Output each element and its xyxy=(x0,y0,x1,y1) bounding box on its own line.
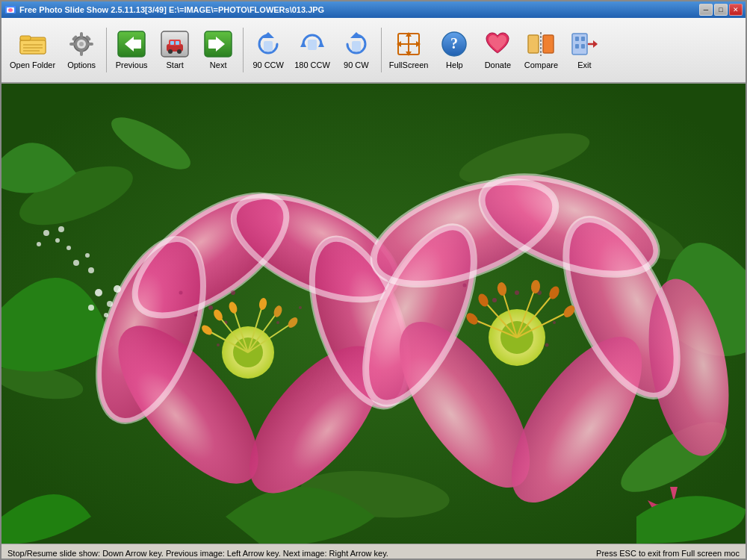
svg-point-69 xyxy=(66,246,71,250)
next-label: Next xyxy=(210,60,227,70)
svg-point-67 xyxy=(37,242,41,246)
open-folder-button[interactable]: Open Folder xyxy=(6,22,59,78)
svg-point-147 xyxy=(95,289,102,296)
options-label: Options xyxy=(67,60,96,70)
sep-3 xyxy=(381,28,382,72)
help-icon: ? xyxy=(439,29,469,59)
fullscreen-icon xyxy=(394,29,424,59)
rotate-ccw-icon xyxy=(253,29,283,59)
svg-rect-14 xyxy=(87,43,93,46)
svg-point-90 xyxy=(179,291,183,295)
rotate-90ccw-button[interactable]: 90 CCW xyxy=(247,22,289,78)
svg-point-65 xyxy=(43,230,49,236)
title-bar: Free Photo Slide Show 2.5.11.13[3/49] E:… xyxy=(1,1,746,18)
status-bar: Stop/Resume slide show: Down Arrow key. … xyxy=(1,544,746,560)
svg-point-128 xyxy=(545,343,549,347)
svg-point-88 xyxy=(217,343,220,346)
image-area xyxy=(1,84,746,544)
help-button[interactable]: ? Help xyxy=(433,22,475,78)
rotate-90cw-label: 90 CW xyxy=(344,60,369,70)
svg-rect-20 xyxy=(132,40,141,49)
options-icon xyxy=(66,29,96,59)
folder-open-icon xyxy=(18,29,48,59)
rotate-90ccw-label: 90 CCW xyxy=(252,60,284,70)
exit-button[interactable]: Exit xyxy=(563,22,605,78)
toolbar: Open Folder Options xyxy=(1,18,746,84)
sep-2 xyxy=(243,28,244,72)
svg-rect-13 xyxy=(69,43,75,46)
start-button[interactable]: Start xyxy=(154,22,196,78)
svg-point-71 xyxy=(85,253,90,258)
flower-image xyxy=(1,84,746,544)
svg-marker-34 xyxy=(318,41,324,47)
sep-1 xyxy=(106,28,107,72)
fullscreen-label: FullScreen xyxy=(389,60,429,70)
svg-point-70 xyxy=(73,260,79,266)
svg-point-148 xyxy=(107,301,113,307)
open-folder-label: Open Folder xyxy=(10,60,55,70)
svg-rect-50 xyxy=(572,34,587,55)
svg-marker-56 xyxy=(593,40,598,48)
rotate-180ccw-button[interactable]: 180 CCW xyxy=(291,22,334,78)
svg-rect-26 xyxy=(170,41,174,45)
svg-rect-30 xyxy=(208,40,217,49)
svg-rect-4 xyxy=(20,40,46,54)
svg-rect-54 xyxy=(581,44,585,49)
svg-marker-33 xyxy=(300,41,306,47)
title-bar-controls: ─ □ ✕ xyxy=(699,4,743,16)
rotate-180ccw-label: 180 CCW xyxy=(294,60,330,70)
compare-label: Compare xyxy=(524,60,558,70)
svg-point-151 xyxy=(104,313,108,317)
title-text: Free Photo Slide Show 2.5.11.13[3/49] E:… xyxy=(19,5,324,14)
rotate-cw-icon xyxy=(341,29,371,59)
svg-rect-35 xyxy=(308,40,317,50)
svg-rect-37 xyxy=(352,41,361,52)
svg-point-149 xyxy=(88,305,94,311)
svg-point-118 xyxy=(492,298,497,302)
help-label: Help xyxy=(446,60,463,70)
close-button[interactable]: ✕ xyxy=(729,4,743,16)
svg-point-127 xyxy=(515,290,519,295)
svg-rect-53 xyxy=(575,44,579,49)
svg-point-91 xyxy=(299,306,302,309)
exit-label: Exit xyxy=(577,60,591,70)
status-left: Stop/Resume slide show: Down Arrow key. … xyxy=(7,549,388,558)
compare-icon xyxy=(526,29,556,59)
compare-button[interactable]: Compare xyxy=(520,22,562,78)
svg-point-24 xyxy=(168,49,173,54)
status-right: Press ESC to exit from Full screen moc xyxy=(596,549,740,558)
start-icon xyxy=(160,29,190,59)
svg-point-72 xyxy=(88,267,94,273)
heart-icon xyxy=(483,29,512,59)
donate-button[interactable]: Donate xyxy=(477,22,518,78)
svg-point-150 xyxy=(114,285,121,293)
svg-point-125 xyxy=(463,284,467,287)
svg-rect-32 xyxy=(264,41,273,52)
svg-point-83 xyxy=(208,305,213,310)
exit-icon xyxy=(569,29,599,59)
rotate-180-icon xyxy=(297,29,327,59)
svg-point-92 xyxy=(231,290,235,295)
previous-button[interactable]: Previous xyxy=(111,22,152,78)
svg-rect-51 xyxy=(575,37,579,41)
rotate-90cw-button[interactable]: 90 CW xyxy=(335,22,377,78)
svg-point-25 xyxy=(177,49,182,54)
fullscreen-button[interactable]: FullScreen xyxy=(385,22,433,78)
start-label: Start xyxy=(167,60,184,70)
svg-rect-47 xyxy=(528,35,539,53)
maximize-button[interactable]: □ xyxy=(714,4,728,16)
svg-point-124 xyxy=(553,321,556,324)
options-button[interactable]: Options xyxy=(61,22,102,78)
svg-text:?: ? xyxy=(450,35,458,52)
minimize-button[interactable]: ─ xyxy=(699,4,713,16)
svg-rect-48 xyxy=(543,35,554,53)
app-icon xyxy=(4,4,16,16)
svg-rect-52 xyxy=(581,37,585,41)
next-button[interactable]: Next xyxy=(197,22,239,78)
arrow-right-icon xyxy=(203,29,233,59)
arrow-left-icon xyxy=(117,29,146,59)
svg-point-66 xyxy=(55,238,60,243)
svg-point-89 xyxy=(276,321,279,324)
svg-point-17 xyxy=(79,42,84,46)
previous-label: Previous xyxy=(116,60,148,70)
